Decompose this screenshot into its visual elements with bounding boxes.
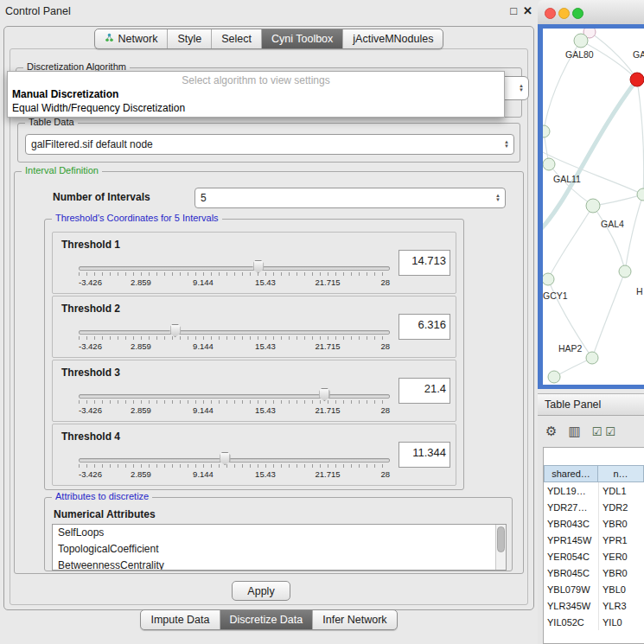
tab-select[interactable]: Select: [211, 29, 261, 48]
list-scrollbar[interactable]: [495, 525, 506, 570]
threshold-3-box: Threshold 3 -3.4262.8599.14415.4321.7152…: [52, 360, 456, 422]
table-data-group-title: Table Data: [25, 117, 78, 127]
dropdown-option-manual-discretization[interactable]: Manual Discretization: [12, 88, 118, 100]
scale-tick-label: 2.859: [131, 405, 151, 415]
tab-discretize-data[interactable]: Discretize Data: [220, 610, 313, 629]
table-row[interactable]: YDR27…YDR2: [544, 499, 644, 515]
list-item[interactable]: TopologicalCoefficient: [53, 541, 506, 558]
table-cell: YBL0: [598, 581, 644, 597]
tab-cyni-toolbox[interactable]: Cyni Toolbox: [261, 29, 342, 48]
thresholds-group: Threshold's Coordinates for 5 Intervals …: [44, 219, 464, 490]
table-cell: YIL052C: [544, 617, 598, 628]
table-panel-body: ⚙ ▥ ☑ ☑ shared… n… YDL19…YDL1YDR27…YDR2Y…: [538, 416, 644, 644]
table-cell: YBR045C: [544, 568, 598, 578]
close-traffic-light-icon[interactable]: [545, 8, 556, 19]
threshold-4-label: Threshold 4: [61, 430, 120, 443]
network-icon: [105, 33, 114, 45]
network-canvas[interactable]: GAL80GAGAL11GAL4HGCY1HAP2: [543, 29, 644, 385]
float-window-icon[interactable]: □: [510, 4, 517, 17]
table-cell: YDL19…: [544, 486, 598, 496]
network-node-label: GAL4: [601, 219, 624, 229]
tab-label: Cyni Toolbox: [271, 33, 333, 45]
tab-jactivemnodules[interactable]: jActiveMNodules: [342, 29, 443, 48]
table-cell: YER054C: [544, 552, 598, 562]
settings-icon[interactable]: ⚙: [545, 424, 557, 439]
table-row[interactable]: YPR145WYPR1: [544, 532, 644, 548]
numerical-attributes-label: Numerical Attributes: [54, 508, 156, 520]
network-node-label: HAP2: [558, 343, 583, 354]
num-intervals-combobox[interactable]: 5 ▲▼: [194, 188, 506, 208]
threshold-1-value-field[interactable]: 14.713: [399, 250, 450, 276]
check-partial-icon[interactable]: ☑: [605, 425, 615, 438]
network-node[interactable]: [619, 265, 631, 277]
scrollbar-thumb[interactable]: [497, 526, 505, 552]
slider-thumb[interactable]: [220, 452, 231, 465]
dropdown-option-equal-width[interactable]: Equal Width/Frequency Discretization: [12, 102, 185, 114]
slider-thumb[interactable]: [169, 324, 181, 337]
slider-ticks: [79, 464, 390, 468]
table-row[interactable]: YLR345WYLR3: [544, 597, 644, 614]
network-node[interactable]: [543, 158, 555, 170]
network-node-label: GAL80: [565, 49, 594, 60]
scale-tick-label: 9.144: [193, 469, 214, 479]
table-data-combobox[interactable]: galFiltered.sif default node ▲▼: [25, 134, 514, 155]
check-all-icon[interactable]: ☑: [592, 425, 603, 438]
scale-tick-label: 28: [380, 277, 390, 287]
network-node[interactable]: [637, 188, 644, 201]
network-node[interactable]: [548, 371, 560, 383]
scale-tick-label: 28: [380, 405, 390, 415]
table-data-selected: galFiltered.sif default node: [31, 138, 153, 150]
table-row[interactable]: YBR043CYBR0: [544, 515, 644, 532]
table-panel-header[interactable]: Table Panel: [538, 393, 644, 416]
table-row[interactable]: YIL052CYIL0: [544, 614, 644, 630]
threshold-2-value-field[interactable]: 6.316: [399, 314, 450, 340]
apply-button[interactable]: Apply: [232, 581, 290, 601]
network-node[interactable]: [586, 199, 600, 213]
scale-tick-label: 9.144: [193, 277, 214, 287]
bottom-tab-bar: Impute Data Discretize Data Infer Networ…: [140, 609, 397, 630]
network-node[interactable]: [543, 125, 550, 137]
tab-label: Select: [221, 33, 252, 45]
slider-ticks: [79, 336, 390, 340]
network-node[interactable]: [630, 73, 644, 86]
maximize-traffic-light-icon[interactable]: [572, 8, 583, 19]
table-cell: YBR0: [598, 515, 644, 532]
interval-definition-title: Interval Definition: [22, 165, 102, 175]
tab-style[interactable]: Style: [167, 29, 211, 48]
scale-tick-label: 15.43: [255, 469, 276, 479]
table-cell: YLR3: [598, 597, 644, 614]
column-header-shared-name[interactable]: shared…: [544, 465, 598, 482]
columns-icon[interactable]: ▥: [568, 424, 580, 439]
slider-track: [79, 266, 390, 271]
table-cell: YBL079W: [544, 584, 598, 595]
column-header-name[interactable]: n…: [598, 465, 644, 482]
slider-track: [79, 458, 390, 462]
threshold-3-value-field[interactable]: 21.4: [399, 378, 450, 404]
list-item[interactable]: SelfLoops: [53, 525, 506, 541]
slider-thumb[interactable]: [252, 260, 264, 273]
list-item[interactable]: BetweennessCentrality: [53, 558, 506, 571]
tab-infer-network[interactable]: Infer Network: [312, 610, 396, 629]
num-intervals-value: 5: [201, 192, 207, 204]
slider-thumb[interactable]: [319, 388, 330, 401]
table-row[interactable]: YER054CYER0: [544, 548, 644, 564]
scale-tick-label: 15.43: [255, 277, 276, 287]
table-row[interactable]: YBR045CYBR0: [544, 564, 644, 581]
tab-impute-data[interactable]: Impute Data: [141, 610, 219, 629]
close-icon[interactable]: ✕: [523, 4, 532, 17]
minimize-traffic-light-icon[interactable]: [558, 8, 570, 19]
table-panel-title: Table Panel: [545, 399, 601, 411]
table-row[interactable]: YDL19…YDL1: [544, 482, 644, 499]
scale-tick-label: 15.43: [255, 405, 276, 415]
network-node[interactable]: [586, 352, 598, 364]
threshold-1-label: Threshold 1: [61, 239, 120, 251]
threshold-4-value-field[interactable]: 11.344: [399, 442, 450, 468]
tab-network[interactable]: Network: [95, 29, 168, 48]
slider-scale-labels: -3.4262.8599.14415.4321.71528: [79, 277, 390, 288]
scale-tick-label: 21.715: [315, 469, 340, 479]
scale-tick-label: 9.144: [193, 341, 214, 351]
network-node[interactable]: [543, 273, 554, 285]
numerical-attributes-list[interactable]: SelfLoopsTopologicalCoefficientBetweenne…: [52, 524, 507, 571]
network-node[interactable]: [574, 34, 588, 48]
table-row[interactable]: YBL079WYBL0: [544, 581, 644, 597]
